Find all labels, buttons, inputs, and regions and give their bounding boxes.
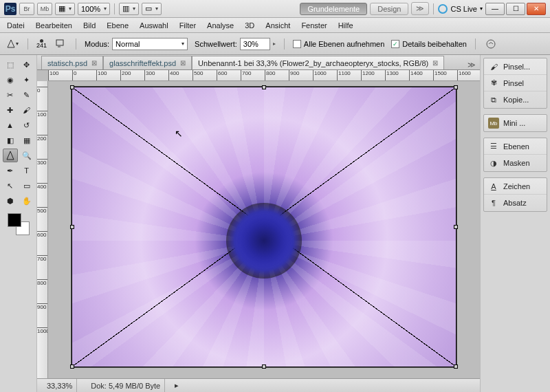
- alle-label: Alle Ebenen aufnehmen: [304, 40, 384, 48]
- maximize-button[interactable]: ☐: [506, 3, 525, 15]
- panel-item-absatz[interactable]: ¶Absatz: [484, 195, 547, 211]
- modus-select[interactable]: Normal: [112, 38, 188, 50]
- tool-path[interactable]: ↖: [3, 179, 18, 193]
- transform-box[interactable]: [72, 87, 456, 367]
- zoom-selector[interactable]: 100%: [78, 3, 110, 15]
- tool-dodge[interactable]: 🔍: [19, 149, 34, 162]
- handle-w[interactable]: [70, 225, 74, 229]
- brush-size-picker[interactable]: 241: [36, 39, 47, 49]
- panel-label: Pinsel: [503, 79, 524, 87]
- menu-ansicht[interactable]: Ansicht: [265, 21, 290, 30]
- tool-lasso[interactable]: ◉: [3, 73, 18, 87]
- tool-preset[interactable]: ▾: [6, 37, 19, 51]
- tab-glasschrift[interactable]: glasschrifteffekt.psd⊠: [103, 56, 192, 69]
- brush-icon: ✾: [488, 78, 499, 89]
- workspace-design[interactable]: Design: [370, 3, 408, 15]
- tool-hand[interactable]: ✋: [19, 194, 34, 208]
- tool-crop[interactable]: ✂: [3, 88, 18, 102]
- tool-marquee[interactable]: ⬚: [3, 58, 18, 72]
- menu-hilfe[interactable]: Hilfe: [338, 21, 353, 30]
- schwellwert-input[interactable]: 30%: [240, 38, 270, 50]
- minimize-button[interactable]: —: [485, 3, 505, 15]
- handle-nw[interactable]: [70, 85, 74, 89]
- menu-ebene[interactable]: Ebene: [107, 21, 129, 30]
- details-checkbox[interactable]: ✓Details beibehalten: [391, 40, 467, 48]
- ruler-vertical[interactable]: 01002003004005006007008009001000: [37, 81, 48, 378]
- menu-datei[interactable]: Datei: [7, 21, 25, 30]
- options-bar: ▾ 241 Modus:Normal Schwellwert:30%▸ Alle…: [0, 33, 550, 55]
- workspace-more[interactable]: ≫: [411, 2, 429, 15]
- close-icon[interactable]: ⊠: [432, 59, 438, 67]
- tool-heal[interactable]: ✚: [3, 103, 18, 117]
- close-button[interactable]: ✕: [527, 3, 546, 15]
- dok-field[interactable]: Dok: 5,49 MB/0 Byte: [87, 379, 165, 392]
- handle-e[interactable]: [454, 225, 458, 229]
- screen-icon: ▭: [145, 4, 152, 13]
- menu-bearbeiten[interactable]: Bearbeiten: [36, 21, 72, 30]
- menu-filter[interactable]: Filter: [179, 21, 196, 30]
- menu-analyse[interactable]: Analyse: [207, 21, 234, 30]
- document-image[interactable]: ↖: [72, 87, 456, 367]
- tab-unbenannt[interactable]: Unbenannt-1 bei 33,3% (Flower2_by_archae…: [192, 56, 444, 69]
- tab-statisch[interactable]: statisch.psd⊠: [41, 56, 103, 69]
- tool-3d[interactable]: ⬢: [3, 194, 18, 208]
- brush-panel-button[interactable]: [54, 37, 67, 51]
- tool-shape[interactable]: ▭: [19, 179, 34, 193]
- panel-item-pinsel-presets[interactable]: 🖌Pinsel...: [484, 58, 547, 75]
- tool-pen[interactable]: ✒: [3, 164, 18, 177]
- pressure-button[interactable]: [484, 37, 498, 51]
- tools-panel: ⬚ ✥ ◉ ✦ ✂ ✎ ✚ 🖌 ▲ ↺ ◧ ▦ 🔍 ✒ T ↖ ▭ ⬢ ✋: [0, 55, 37, 392]
- foreground-color[interactable]: [8, 213, 21, 227]
- tool-gradient[interactable]: ▦: [19, 133, 34, 147]
- tool-brush[interactable]: 🖌: [19, 103, 34, 117]
- zoom-field[interactable]: 33,33%: [43, 379, 77, 392]
- handle-sw[interactable]: [70, 364, 74, 369]
- tab-label: statisch.psd: [47, 59, 87, 67]
- panel-item-mini[interactable]: MbMini ...: [484, 115, 547, 131]
- chevron-right-icon[interactable]: ▸: [175, 381, 179, 390]
- cslive-button[interactable]: CS Live ▾: [438, 4, 483, 14]
- tool-type[interactable]: T: [19, 164, 34, 177]
- svg-rect-0: [56, 40, 63, 45]
- panel-item-pinsel[interactable]: ✾Pinsel: [484, 75, 547, 91]
- panel-label: Absatz: [503, 199, 527, 207]
- screen-selector[interactable]: ▭: [142, 3, 162, 15]
- tool-stamp[interactable]: ▲: [3, 118, 18, 132]
- status-bar: 33,33% Dok: 5,49 MB/0 Byte ▸: [37, 378, 480, 392]
- tool-move[interactable]: ✥: [19, 58, 34, 72]
- ruler-horizontal[interactable]: 1000100200300400500600700800900100011001…: [48, 70, 480, 81]
- tool-eraser[interactable]: ◧: [3, 133, 18, 147]
- menu-auswahl[interactable]: Auswahl: [140, 21, 168, 30]
- handle-n[interactable]: [262, 85, 266, 89]
- arrange-selector[interactable]: ▥: [119, 3, 139, 15]
- tool-wand[interactable]: ✦: [19, 73, 34, 87]
- handle-se[interactable]: [454, 364, 458, 369]
- panel-item-zeichen[interactable]: AZeichen: [484, 178, 547, 195]
- color-swatches[interactable]: [8, 213, 30, 235]
- close-icon[interactable]: ⊠: [180, 59, 186, 67]
- menu-bild[interactable]: Bild: [83, 21, 96, 30]
- alle-ebenen-checkbox[interactable]: Alle Ebenen aufnehmen: [293, 40, 384, 48]
- panel-item-kopie[interactable]: ⧉Kopie...: [484, 91, 547, 108]
- close-icon[interactable]: ⊠: [91, 59, 97, 67]
- view-selector[interactable]: ▦: [55, 3, 75, 15]
- menu-fenster[interactable]: Fenster: [301, 21, 327, 30]
- panel-item-masken[interactable]: ◑Masken: [484, 155, 547, 171]
- handle-ne[interactable]: [454, 85, 458, 89]
- handle-s[interactable]: [262, 364, 266, 369]
- minibridge-button[interactable]: Mb: [37, 3, 52, 15]
- tabs-overflow[interactable]: ≫: [463, 61, 480, 69]
- panel-label: Ebenen: [503, 142, 529, 151]
- modus-label: Modus:: [85, 40, 109, 48]
- tool-history[interactable]: ↺: [19, 118, 34, 132]
- workspace-grundelemente[interactable]: Grundelemente: [300, 3, 367, 15]
- bridge-button[interactable]: Br: [19, 3, 34, 15]
- tool-eyedropper[interactable]: ✎: [19, 88, 34, 102]
- menu-3d[interactable]: 3D: [245, 21, 254, 30]
- panel-item-ebenen[interactable]: ☰Ebenen: [484, 138, 547, 155]
- tool-blur[interactable]: [3, 149, 18, 162]
- panel-label: Zeichen: [503, 182, 530, 190]
- chevron-right-icon[interactable]: ▸: [273, 41, 276, 47]
- cslive-icon: [438, 4, 448, 14]
- canvas-area[interactable]: ↖: [48, 81, 480, 378]
